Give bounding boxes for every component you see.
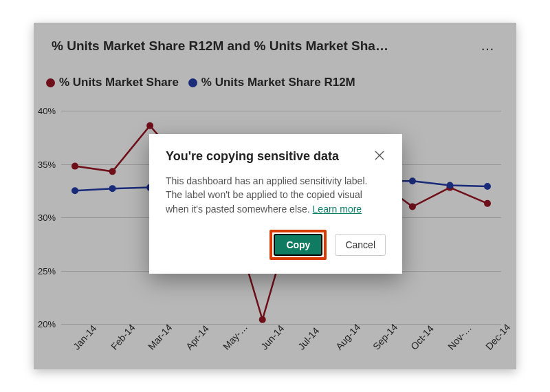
copy-highlight: Copy [270, 230, 327, 260]
y-tick-label: 30% [38, 213, 56, 223]
x-tick-label: May-… [221, 321, 250, 351]
sensitivity-dialog: You're copying sensitive data This dashb… [149, 134, 402, 274]
data-point[interactable] [446, 182, 453, 189]
copy-button[interactable]: Copy [274, 234, 322, 256]
chart-title: % Units Market Share R12M and % Units Ma… [52, 39, 388, 54]
data-point[interactable] [484, 200, 491, 207]
data-point[interactable] [109, 168, 116, 175]
dialog-title: You're copying sensitive data [166, 149, 339, 164]
x-tick-label: Apr-14 [184, 323, 211, 352]
cancel-button[interactable]: Cancel [335, 234, 386, 256]
data-point[interactable] [72, 163, 78, 170]
x-tick-label: Nov-… [446, 323, 474, 352]
legend-item-market-share-r12m[interactable]: % Units Market Share R12M [188, 76, 355, 89]
data-point[interactable] [72, 187, 78, 194]
x-tick-label: Jul-14 [296, 325, 321, 352]
dialog-actions: Copy Cancel [166, 230, 386, 260]
close-icon[interactable] [373, 149, 386, 164]
x-tick-label: Feb-14 [109, 322, 138, 352]
x-tick-label: Dec-14 [483, 321, 512, 351]
x-tick-label: Mar-14 [146, 322, 175, 352]
data-point[interactable] [146, 122, 153, 129]
data-point[interactable] [259, 316, 266, 323]
x-tick-label: Aug-14 [333, 321, 362, 351]
chart-header: % Units Market Share R12M and % Units Ma… [34, 23, 516, 56]
chart-legend: % Units Market Share % Units Market Shar… [34, 56, 516, 89]
y-tick-label: 40% [38, 106, 56, 116]
legend-label: % Units Market Share [59, 76, 179, 89]
more-options-icon[interactable]: … [478, 35, 498, 56]
dialog-header: You're copying sensitive data [166, 149, 386, 164]
data-point[interactable] [409, 177, 416, 184]
legend-dot-icon [46, 78, 55, 87]
x-tick-label: Oct-14 [408, 323, 436, 352]
data-point[interactable] [484, 183, 491, 190]
x-tick-label: Sep-14 [371, 321, 399, 351]
data-point[interactable] [109, 185, 116, 192]
y-tick-label: 20% [38, 319, 56, 329]
data-point[interactable] [409, 204, 416, 210]
legend-label: % Units Market Share R12M [201, 76, 355, 89]
learn-more-link[interactable]: Learn more [313, 204, 362, 215]
x-tick-label: Jun-14 [258, 323, 287, 352]
legend-dot-icon [188, 78, 197, 87]
dialog-body: This dashboard has an applied sensitivit… [166, 174, 386, 216]
y-tick-label: 35% [38, 159, 56, 169]
x-tick-label: Jan-14 [71, 323, 99, 352]
y-tick-label: 25% [38, 265, 56, 276]
legend-item-market-share[interactable]: % Units Market Share [46, 76, 179, 89]
